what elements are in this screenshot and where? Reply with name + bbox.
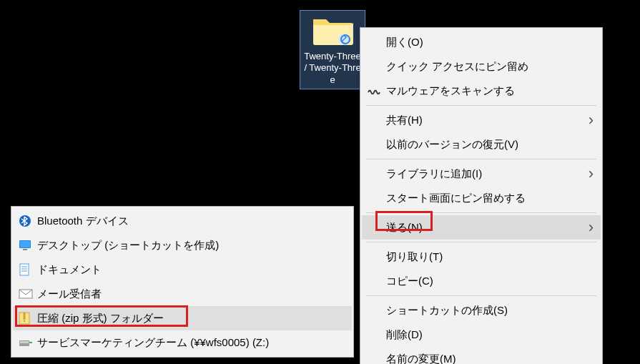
send-to-submenu: Bluetooth デバイスデスクトップ (ショートカットを作成)ドキュメントメ… xyxy=(11,206,354,358)
svg-rect-11 xyxy=(24,313,26,320)
menu-item[interactable]: 送る(N)› xyxy=(362,215,601,240)
svg-rect-4 xyxy=(23,249,27,250)
send-to-item[interactable]: デスクトップ (ショートカットを作成) xyxy=(13,233,352,257)
menu-separator xyxy=(366,212,596,213)
send-to-item-label: Bluetooth デバイス xyxy=(37,215,345,228)
menu-item[interactable]: 切り取り(T) xyxy=(362,245,601,269)
desktop-folder-label: Twenty-Three / Twenty-Three xyxy=(303,51,362,86)
svg-rect-5 xyxy=(20,264,29,275)
svg-point-12 xyxy=(24,320,26,323)
menu-item-label: 名前の変更(M) xyxy=(386,353,594,365)
menu-item-label: 以前のバージョンの復元(V) xyxy=(386,138,594,152)
menu-item[interactable]: 削除(D) xyxy=(362,323,601,347)
svg-rect-14 xyxy=(20,341,29,343)
document-icon xyxy=(19,263,37,276)
menu-item-label: 削除(D) xyxy=(386,328,594,342)
mail-icon xyxy=(19,289,37,299)
menu-item[interactable]: ショートカットの作成(S) xyxy=(362,298,601,323)
send-to-item-label: デスクトップ (ショートカットを作成) xyxy=(37,239,345,252)
send-to-item[interactable]: Bluetooth デバイス xyxy=(13,209,352,233)
bluetooth-icon xyxy=(19,215,37,227)
menu-item-label: 共有(H) xyxy=(386,114,589,127)
menu-item-label: 開く(O) xyxy=(386,36,594,49)
desktop-icon xyxy=(19,240,37,251)
send-to-item[interactable]: ドキュメント xyxy=(13,257,352,282)
send-to-item-label: サービスマーケティングチーム (¥¥wfs0005) (Z:) xyxy=(37,336,345,350)
menu-item[interactable]: コピー(C) xyxy=(362,269,601,293)
send-to-item[interactable]: 圧縮 (zip 形式) フォルダー xyxy=(13,306,352,330)
chevron-right-icon: › xyxy=(589,218,594,237)
send-to-item[interactable]: メール受信者 xyxy=(13,282,352,306)
menu-item[interactable]: ライブラリに追加(I)› xyxy=(362,162,601,186)
menu-separator xyxy=(366,242,596,242)
send-to-item-label: 圧縮 (zip 形式) フォルダー xyxy=(37,312,345,325)
menu-item[interactable]: 共有(H)› xyxy=(362,108,601,132)
menu-item-label: クイック アクセスにピン留め xyxy=(386,60,594,74)
menu-item-label: 切り取り(T) xyxy=(386,250,594,264)
menu-item-label: ライブラリに追加(I) xyxy=(386,167,589,181)
menu-item[interactable]: スタート画面にピン留めする xyxy=(362,186,601,210)
desktop-folder-selected[interactable]: Twenty-Three / Twenty-Three xyxy=(300,10,365,89)
send-to-item-label: ドキュメント xyxy=(37,263,345,277)
menu-item-label: 送る(N) xyxy=(386,221,589,235)
menu-item-label: マルウェアをスキャンする xyxy=(386,84,594,98)
menu-item-label: スタート画面にピン留めする xyxy=(386,192,594,205)
svg-point-15 xyxy=(26,344,28,345)
menu-item[interactable]: 開く(O) xyxy=(362,30,601,54)
menu-item-label: ショートカットの作成(S) xyxy=(386,304,594,318)
context-menu: 開く(O)クイック アクセスにピン留めマルウェアをスキャンする共有(H)›以前の… xyxy=(360,27,603,364)
chevron-right-icon: › xyxy=(589,164,594,183)
zip-icon xyxy=(19,312,37,325)
menu-separator xyxy=(366,295,596,296)
menu-item[interactable]: マルウェアをスキャンする xyxy=(362,79,601,103)
send-to-item[interactable]: サービスマーケティングチーム (¥¥wfs0005) (Z:) xyxy=(13,330,352,355)
wavy-icon xyxy=(368,84,380,97)
menu-item-label: コピー(C) xyxy=(386,275,594,288)
svg-rect-3 xyxy=(20,241,30,247)
folder-icon xyxy=(311,14,354,48)
menu-item[interactable]: 名前の変更(M) xyxy=(362,347,601,364)
chevron-right-icon: › xyxy=(589,111,594,129)
menu-item[interactable]: 以前のバージョンの復元(V) xyxy=(362,132,601,157)
menu-separator xyxy=(366,105,596,106)
menu-separator xyxy=(366,159,596,159)
menu-item[interactable]: クイック アクセスにピン留め xyxy=(362,54,601,79)
send-to-item-label: メール受信者 xyxy=(37,287,345,301)
netdrive-icon xyxy=(19,338,37,348)
